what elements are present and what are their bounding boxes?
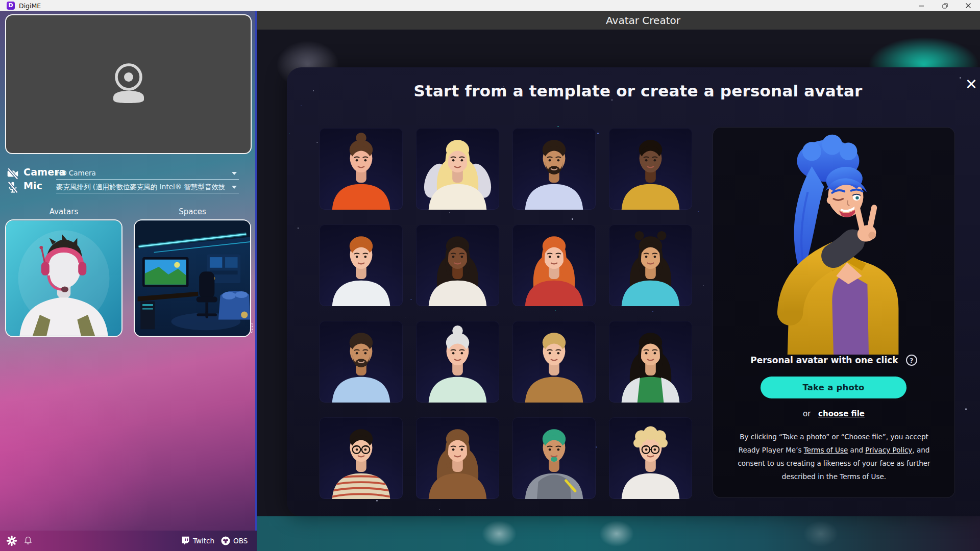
camera-row: Camera HD Camera [0, 166, 257, 181]
tab-spaces[interactable]: Spaces [134, 207, 251, 216]
avatar-template-angel-woman-blonde-white-wings[interactable] [416, 128, 499, 210]
legal-line3: consent to us creating a likeness of you… [738, 459, 930, 467]
mic-device-select[interactable]: 麥克風排列 (適用於數位麥克風的 Intel® 智慧型音效技術) [56, 181, 239, 193]
privacy-policy-link[interactable]: Privacy Policy [865, 446, 912, 454]
take-a-photo-button[interactable]: Take a photo [761, 377, 906, 398]
legal-line4: described in the Terms of Use. [782, 472, 886, 481]
avatar-template-man-blond-camel-sweater[interactable] [512, 321, 596, 403]
window-close-button[interactable] [957, 0, 980, 11]
avatar-template-person-blonde-curly-glasses[interactable] [609, 417, 692, 499]
avatar-template-woman-silver-updo-mint-hoodie[interactable] [416, 321, 499, 403]
twitch-label[interactable]: Twitch [193, 537, 214, 545]
avatar-template-man-ginger-white-uniform[interactable] [320, 224, 403, 306]
avatars-thumbnail-mannequin-headphones[interactable] [5, 219, 122, 337]
avatar-template-woman-black-hair-green-tee-jacket[interactable] [609, 321, 692, 403]
close-icon [965, 3, 971, 9]
background-room-band [257, 516, 980, 551]
legal-line1: By clicking “Take a photo” or “Choose fi… [740, 433, 928, 441]
avatar-creator-title: Avatar Creator [606, 11, 680, 30]
panel-title: Personal avatar with one click [750, 355, 898, 365]
window-titlebar: D DigiME [0, 0, 980, 11]
mic-off-icon [6, 181, 19, 194]
avatar-template-woman-orange-hair-red-jacket[interactable] [512, 224, 596, 306]
legal-line2-pre: Ready Player Me’s [739, 446, 804, 454]
light-streak [798, 516, 844, 551]
avatar-creator-header-bar: Avatar Creator [257, 11, 980, 30]
spaces-thumbnail-gaming-room[interactable] [134, 219, 251, 337]
twitch-icon[interactable] [180, 535, 191, 546]
minimize-icon [918, 3, 924, 9]
webcam-icon [98, 60, 159, 109]
light-streak [594, 516, 640, 551]
camera-off-icon [6, 167, 19, 180]
sidebar-bottom-bar: Twitch OBS [0, 531, 257, 551]
digime-app: D DigiME [0, 0, 980, 551]
avatar-template-woman-brown-hair-brown-jacket[interactable] [416, 417, 499, 499]
window-maximize-button[interactable] [933, 0, 957, 11]
avatar-template-woman-space-buns-cyan-jacket[interactable] [609, 224, 692, 306]
avatar-creator-modal: Start from a template or create a person… [287, 67, 980, 516]
maximize-icon [942, 3, 948, 9]
avatar-template-man-glasses-striped-shirt[interactable] [320, 417, 403, 499]
camera-device-value: HD Camera [56, 169, 225, 177]
mic-row: Mic 麥克風排列 (適用於數位麥克風的 Intel® 智慧型音效技術) [0, 180, 257, 194]
tab-avatars[interactable]: Avatars [5, 207, 122, 216]
settings-gear-icon[interactable] [6, 535, 17, 546]
chevron-down-icon [232, 172, 237, 175]
camera-preview [5, 14, 252, 154]
terms-of-use-link[interactable]: Terms of Use [804, 446, 848, 454]
chevron-down-icon [232, 186, 237, 189]
camera-device-select[interactable]: HD Camera [56, 167, 239, 180]
panel-title-row: Personal avatar with one click ? [713, 355, 955, 366]
avatar-template-man-beard-blue-shirt[interactable] [320, 321, 403, 403]
legal-line2-post: , and [912, 446, 929, 454]
avatar-template-man-green-hair-armor-suit[interactable] [512, 417, 596, 499]
light-streak [476, 516, 522, 551]
sidebar: Camera HD Camera Mic [0, 11, 257, 551]
legal-text: By clicking “Take a photo” or “Choose fi… [722, 430, 946, 483]
or-label: or [803, 409, 811, 418]
notifications-bell-icon[interactable] [22, 535, 34, 546]
personal-avatar-panel: Personal avatar with one click ? Take a … [713, 127, 955, 498]
obs-icon[interactable] [220, 535, 231, 546]
window-minimize-button[interactable] [910, 0, 933, 11]
mic-label: Mic [23, 180, 42, 191]
obs-label[interactable]: OBS [233, 537, 248, 545]
avatar-template-woman-brown-updo-orange-shirt[interactable] [320, 128, 403, 210]
help-question-icon[interactable]: ? [906, 355, 917, 366]
avatar-template-woman-dark-curly-white-turtleneck[interactable] [416, 224, 499, 306]
legal-line2-mid: and [848, 446, 865, 454]
window-title: DigiME [19, 2, 41, 10]
digime-logo-icon: D [7, 2, 15, 10]
avatar-template-man-black-gold-puffer[interactable] [609, 128, 692, 210]
choose-file-link[interactable]: choose file [818, 409, 865, 418]
mic-device-value: 麥克風排列 (適用於數位麥克風的 Intel® 智慧型音效技術) [56, 183, 225, 192]
main-area: Avatar Creator Start from a template or … [257, 11, 980, 551]
avatar-template-man-beard-iridescent-jacket[interactable] [512, 128, 596, 210]
big-avatar-preview [731, 131, 936, 355]
or-row: or choose file [713, 409, 955, 418]
